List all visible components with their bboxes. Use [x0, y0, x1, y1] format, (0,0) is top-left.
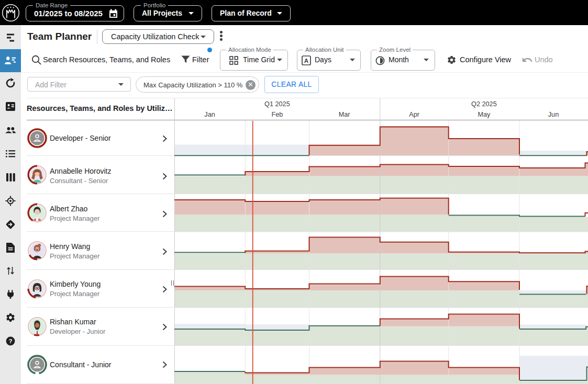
- svg-text:A: A: [304, 58, 308, 64]
- svg-text:Q2 2025: Q2 2025: [471, 100, 497, 108]
- svg-text:Feb: Feb: [271, 111, 283, 118]
- svg-text:Jun: Jun: [548, 111, 559, 118]
- svg-text:?: ?: [9, 338, 13, 344]
- svg-text:Jan: Jan: [204, 111, 215, 118]
- svg-text:Q1 2025: Q1 2025: [264, 100, 290, 108]
- svg-text:May: May: [478, 111, 491, 118]
- svg-text:Apr: Apr: [409, 111, 420, 118]
- svg-text:Mar: Mar: [339, 111, 351, 118]
